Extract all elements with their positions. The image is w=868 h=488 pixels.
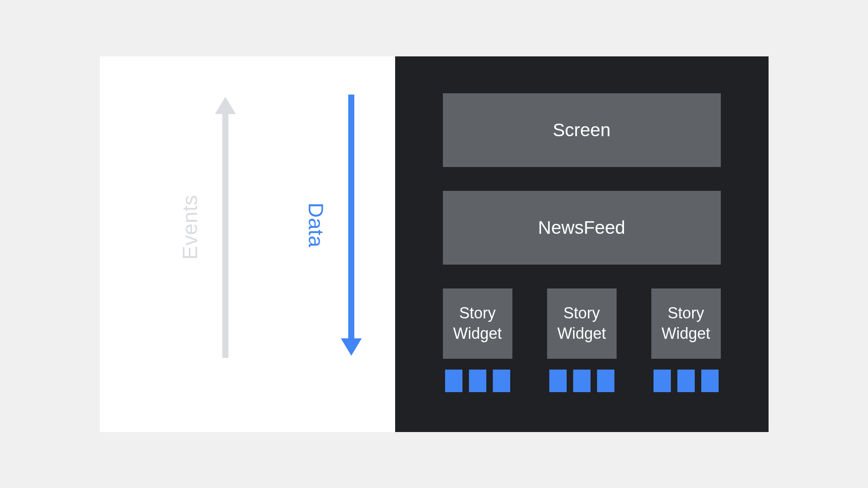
- story-widget-line2: Widget: [557, 324, 606, 344]
- data-label: Data: [304, 203, 328, 247]
- story-widget-line2: Widget: [453, 324, 502, 344]
- diagram-container: Events Data Screen NewsFeed: [100, 56, 769, 432]
- newsfeed-box: NewsFeed: [443, 191, 721, 265]
- right-panel: Screen NewsFeed Story Widget: [395, 56, 769, 432]
- small-block: [597, 370, 614, 392]
- story-widget-line1: Story: [459, 303, 495, 324]
- small-block: [701, 370, 719, 392]
- data-arrow-group: Data: [304, 95, 362, 355]
- story-widget-line1: Story: [563, 303, 600, 324]
- small-block: [549, 370, 567, 392]
- story-widget-line1: Story: [667, 303, 704, 324]
- story-widget-box: Story Widget: [547, 288, 617, 359]
- left-panel: Events Data: [100, 56, 395, 432]
- small-block: [653, 370, 671, 392]
- small-blocks-row: [445, 370, 510, 392]
- story-widget-line2: Widget: [661, 324, 710, 344]
- events-label: Events: [178, 195, 202, 260]
- small-blocks-row: [549, 370, 614, 392]
- widget-group: Story Widget: [651, 288, 721, 392]
- small-block: [493, 370, 510, 392]
- widget-group: Story Widget: [547, 288, 617, 392]
- events-arrow-group: Events: [178, 97, 236, 358]
- story-widget-box: Story Widget: [443, 288, 512, 359]
- arrow-up-icon: [215, 97, 236, 358]
- small-block: [677, 370, 695, 392]
- small-block: [573, 370, 591, 392]
- svg-marker-0: [215, 97, 236, 358]
- widget-group: Story Widget: [443, 288, 512, 392]
- arrow-down-icon: [341, 95, 362, 356]
- newsfeed-label: NewsFeed: [538, 217, 625, 238]
- widgets-container: Story Widget Story Widget: [443, 288, 721, 392]
- small-block: [469, 370, 486, 392]
- story-widget-box: Story Widget: [651, 288, 721, 359]
- svg-marker-1: [341, 95, 362, 356]
- small-blocks-row: [653, 370, 719, 392]
- small-block: [445, 370, 462, 392]
- screen-box: Screen: [443, 93, 721, 167]
- screen-label: Screen: [553, 120, 611, 141]
